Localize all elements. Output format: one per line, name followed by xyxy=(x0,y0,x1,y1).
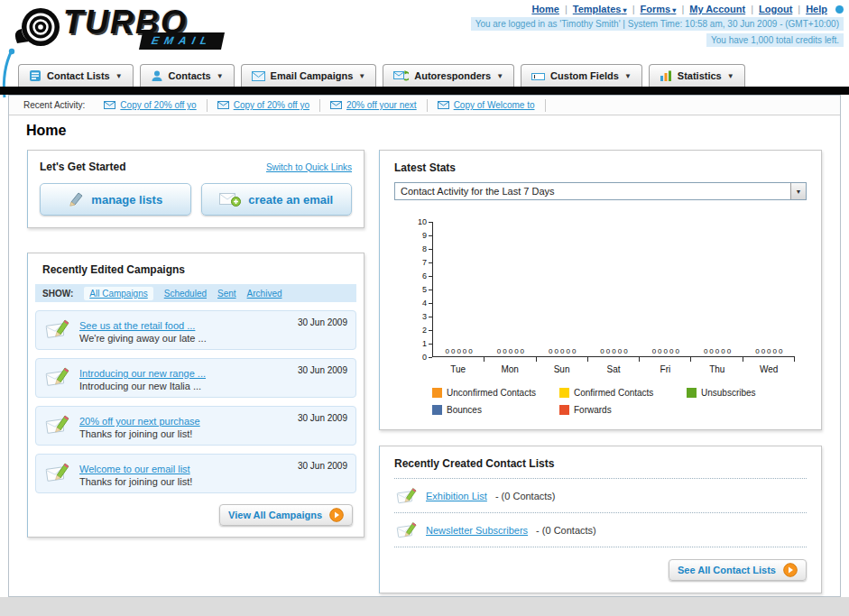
edit-campaign-icon xyxy=(45,461,70,483)
contact-lists-title: Recently Created Contact Lists xyxy=(394,457,807,479)
campaign-row[interactable]: See us at the retail food ... We're givi… xyxy=(35,310,356,350)
logo-text: TURBO EMAIL xyxy=(63,5,223,50)
bar-value-label: 0 xyxy=(709,348,713,355)
nav-templates-link[interactable]: Templates xyxy=(573,4,627,14)
campaign-subtitle: Thanks for joining our list! xyxy=(79,476,348,487)
y-axis-tick: 5 xyxy=(422,285,432,294)
application-window: TURBO EMAIL Home| Templates| Forms| My A… xyxy=(0,0,849,616)
bar-value-label: 0 xyxy=(664,348,668,355)
legend-item: Forwards xyxy=(559,405,687,415)
nav-logout-link[interactable]: Logout xyxy=(759,4,792,14)
chevron-down-icon: ▼ xyxy=(358,72,365,80)
statistics-icon xyxy=(660,70,672,81)
campaign-row[interactable]: Introducing our new range ... Introducin… xyxy=(35,358,356,398)
tab-label: Contact Lists xyxy=(47,70,110,81)
get-started-buttons: manage lists create an email xyxy=(40,183,352,216)
recent-activity-item[interactable]: Copy of Welcome to xyxy=(428,99,546,112)
recent-activity-item[interactable]: Copy of 20% off yo xyxy=(208,99,320,112)
chevron-down-icon: ▼ xyxy=(115,72,123,80)
bar-value-label: 0 xyxy=(572,348,576,355)
campaign-title-link[interactable]: Introducing our new range ... xyxy=(79,368,206,379)
chart-y-axis: 109876543210 xyxy=(394,222,432,357)
recent-activity-item-label: Copy of 20% off yo xyxy=(120,100,196,110)
nav-home-link[interactable]: Home xyxy=(531,4,559,14)
tab-statistics[interactable]: Statistics▼ xyxy=(649,64,745,87)
campaign-title-link[interactable]: See us at the retail food ... xyxy=(79,320,195,331)
right-column: Latest Stats Contact Activity for the La… xyxy=(379,150,822,593)
bar-value-label: 0 xyxy=(560,348,564,355)
legend-item: Confirmed Contacts xyxy=(559,388,687,398)
bar-value-label: 0 xyxy=(779,348,782,355)
bar-value-label: 0 xyxy=(761,348,765,355)
y-axis-tick: 1 xyxy=(422,339,432,348)
nav-separator: | xyxy=(632,4,635,14)
contact-list-name-link[interactable]: Exhibition List xyxy=(426,491,487,501)
y-axis-tick: 0 xyxy=(422,353,432,362)
chart-bar-group: 00000 xyxy=(433,222,484,356)
filter-archived[interactable]: Archived xyxy=(247,289,282,299)
envelope-icon xyxy=(104,101,115,109)
campaign-title-link[interactable]: 20% off your next purchase xyxy=(79,416,200,427)
tab-contact-lists[interactable]: Contact Lists▼ xyxy=(18,64,134,87)
x-axis-label: Tue xyxy=(432,364,484,374)
arrow-circle-icon xyxy=(783,563,798,577)
contact-list-detail: - (0 Contacts) xyxy=(495,491,556,501)
contact-list-item[interactable]: Newsletter Subscribers - (0 Contacts) xyxy=(394,513,807,547)
nav-my-account-link[interactable]: My Account xyxy=(689,4,745,14)
bar-value-label: 0 xyxy=(623,348,627,355)
arrow-circle-icon xyxy=(329,508,344,522)
y-axis-tick-value: 10 xyxy=(418,217,427,226)
autoresponders-icon xyxy=(393,70,409,81)
recently-edited-campaigns-panel: Recently Edited Campaigns SHOW: All Camp… xyxy=(27,253,365,538)
nav-forms-link[interactable]: Forms xyxy=(641,4,677,14)
see-all-contact-lists-button[interactable]: See All Contact Lists xyxy=(669,559,807,581)
y-axis-tick: 10 xyxy=(418,217,432,226)
app-logo[interactable]: TURBO EMAIL xyxy=(14,5,223,51)
edit-list-icon xyxy=(396,520,418,539)
chart-plot-area: 00000000000000000000000000000000000 xyxy=(432,222,795,357)
contact-list-item[interactable]: Exhibition List - (0 Contacts) xyxy=(394,479,807,513)
filter-all-campaigns[interactable]: All Campaigns xyxy=(84,287,152,300)
nav-divider-bar xyxy=(0,87,849,95)
y-axis-tick-value: 4 xyxy=(422,299,427,308)
view-all-campaigns-button[interactable]: View All Campaigns xyxy=(219,504,353,526)
campaign-row[interactable]: Welcome to our email list Thanks for joi… xyxy=(35,454,356,493)
y-axis-tick: 7 xyxy=(422,258,432,267)
nav-help-link[interactable]: Help xyxy=(806,4,827,14)
bar-value-label: 0 xyxy=(503,348,506,355)
tab-email-campaigns[interactable]: Email Campaigns▼ xyxy=(241,64,377,87)
contact-list-name-link[interactable]: Newsletter Subscribers xyxy=(426,525,528,536)
recent-activity-item[interactable]: Copy of 20% off yo xyxy=(94,99,207,112)
envelope-plus-icon xyxy=(219,192,241,207)
bar-value-label: 0 xyxy=(773,348,777,355)
tab-label: Statistics xyxy=(678,70,722,81)
nav-separator: | xyxy=(681,4,684,14)
bar-value-label: 0 xyxy=(606,348,610,355)
see-all-row: See All Contact Lists xyxy=(394,559,807,581)
campaign-row[interactable]: 20% off your next purchase Thanks for jo… xyxy=(35,406,356,446)
tab-contacts[interactable]: Contacts▼ xyxy=(140,64,235,87)
filter-sent[interactable]: Sent xyxy=(217,289,236,299)
bar-value-label: 0 xyxy=(549,348,552,355)
filter-scheduled[interactable]: Scheduled xyxy=(164,289,207,299)
tab-custom-fields[interactable]: Custom Fields▼ xyxy=(521,64,642,87)
x-axis-label: Fri xyxy=(640,364,691,374)
campaign-date: 30 Jun 2009 xyxy=(298,317,347,327)
bar-value-label: 0 xyxy=(555,348,558,355)
bar-value-label: 0 xyxy=(497,348,501,355)
create-email-button[interactable]: create an email xyxy=(201,183,353,216)
tab-autoresponders[interactable]: Autoresponders▼ xyxy=(383,64,514,87)
bar-value-label: 0 xyxy=(521,348,524,355)
manage-lists-button[interactable]: manage lists xyxy=(40,183,191,216)
pencil-icon xyxy=(68,191,84,207)
x-axis-label: Thu xyxy=(691,364,743,374)
y-axis-tick-value: 6 xyxy=(422,271,427,280)
switch-to-quick-links[interactable]: Switch to Quick Links xyxy=(266,162,352,172)
stats-period-select[interactable]: Contact Activity for the Last 7 Days ▼ xyxy=(394,182,807,200)
campaign-title-link[interactable]: Welcome to our email list xyxy=(79,464,190,474)
x-axis-label: Sun xyxy=(536,364,587,374)
email-campaigns-icon xyxy=(252,71,265,81)
latest-stats-panel: Latest Stats Contact Activity for the La… xyxy=(379,150,822,430)
recent-activity-item[interactable]: 20% off your next xyxy=(320,99,428,112)
y-axis-tick: 4 xyxy=(422,299,432,308)
